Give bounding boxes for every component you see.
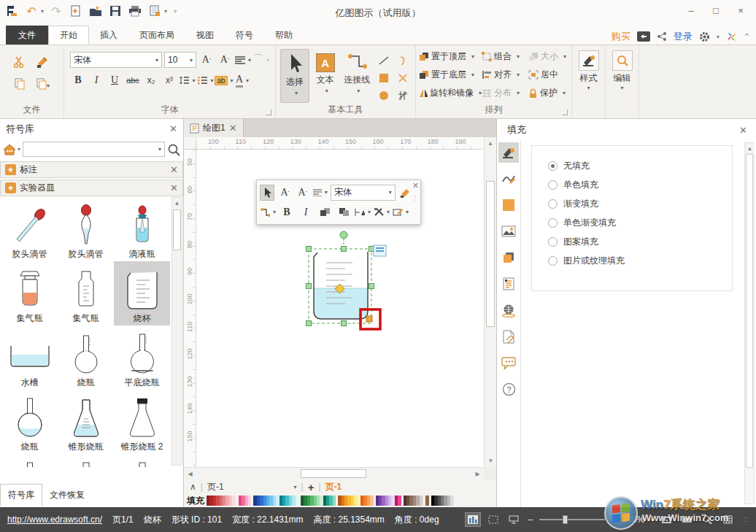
color-swatch[interactable] <box>370 496 373 506</box>
comment-icon[interactable] <box>498 352 519 373</box>
symbol-beaker[interactable]: 烧杯 <box>114 261 170 325</box>
symbol-tube[interactable] <box>58 454 114 467</box>
collapse-ribbon-icon[interactable]: ⌃ <box>744 32 750 42</box>
radio-icon[interactable] <box>548 161 558 171</box>
color-swatch[interactable] <box>248 496 251 506</box>
strikethrough-button[interactable]: abc <box>125 72 141 88</box>
zoom-out-icon[interactable]: − <box>527 514 533 525</box>
hyperlink-globe-icon[interactable] <box>498 300 519 320</box>
float-increase-font[interactable]: Aˆ <box>277 185 292 201</box>
fill-option-3[interactable]: 单色渐变填充 <box>548 213 732 232</box>
section-close-icon[interactable]: ✕ <box>170 164 178 175</box>
export-button[interactable] <box>147 3 162 19</box>
font-name-select[interactable]: 宋体▾ <box>70 52 162 68</box>
print-button[interactable] <box>128 3 142 19</box>
font-dialog-launcher[interactable] <box>266 109 271 115</box>
float-font-select[interactable]: 宋体▾ <box>331 185 396 201</box>
pencil-tool-button[interactable] <box>398 90 408 101</box>
tab-file[interactable]: 文件 <box>6 26 48 45</box>
float-connector-tool[interactable]: ▾ <box>260 204 276 220</box>
arrange-item-4[interactable]: 对齐▾ <box>482 66 528 84</box>
zoom-in-icon[interactable]: + <box>611 514 617 525</box>
cut-button[interactable] <box>13 55 26 69</box>
zoom-slider-thumb[interactable] <box>563 515 568 524</box>
rectangle-tool-button[interactable] <box>379 73 389 83</box>
radio-icon[interactable] <box>548 180 558 190</box>
bottom-tab-symbol-library[interactable]: 符号库 <box>0 484 42 506</box>
pinwheel-icon[interactable] <box>726 31 737 42</box>
fill-option-5[interactable]: 图片或纹理填充 <box>548 251 732 270</box>
arrange-item-3[interactable]: 置于底层▾ <box>419 66 482 84</box>
scroll-up-icon[interactable]: ▲ <box>486 138 495 149</box>
rotation-handle[interactable] <box>340 231 347 239</box>
format-painter-button[interactable] <box>36 56 50 68</box>
style-dropdown[interactable]: ▾ <box>572 85 605 91</box>
fill-option-0[interactable]: 无填充 <box>548 156 732 175</box>
float-format-painter[interactable] <box>398 185 413 201</box>
float-toolbar-close-icon[interactable]: ✕ <box>412 181 419 190</box>
symbol-round-flask[interactable]: 烧瓶 <box>58 325 114 390</box>
radio-icon[interactable] <box>548 256 558 266</box>
fit-page-icon[interactable] <box>659 513 674 526</box>
float-pen-button[interactable]: ▾ <box>393 204 409 220</box>
symbol-dropper-vertical[interactable]: 胶头滴管 <box>58 197 114 261</box>
symbol-drop-bottle[interactable]: 滴液瓶 <box>114 197 170 261</box>
selected-beaker-shape[interactable] <box>291 219 401 343</box>
edit-dropdown[interactable]: ▾ <box>606 85 639 91</box>
fill-tab-icon[interactable] <box>498 142 519 163</box>
arrange-item-6[interactable]: 旋转和镜像▾ <box>419 84 482 102</box>
customize-qat-dropdown[interactable]: ▿ <box>174 8 177 15</box>
paste-button[interactable]: ▾ <box>36 78 50 90</box>
arrange-item-0[interactable]: 置于顶层▾ <box>419 47 482 66</box>
library-home-button[interactable]: ▾ <box>3 144 20 155</box>
canvas-vertical-scrollbar[interactable]: ▲ ▼ <box>484 137 496 467</box>
section-annotations[interactable]: ★ 标注 ✕ <box>0 161 183 178</box>
color-swatch[interactable] <box>454 496 457 506</box>
cross-tool-button[interactable] <box>398 73 408 83</box>
scroll-up-icon[interactable]: ▲ <box>745 143 755 154</box>
color-swatch[interactable] <box>398 496 401 506</box>
color-swatch[interactable] <box>425 496 428 506</box>
tab-home[interactable]: 开始 <box>48 26 89 45</box>
italic-button[interactable]: I <box>88 72 104 88</box>
settings-gear-icon[interactable] <box>699 31 710 42</box>
symbol-panel-close-icon[interactable]: ✕ <box>169 123 177 134</box>
add-page-button[interactable]: + <box>308 481 315 493</box>
bottom-tab-file-recovery[interactable]: 文件恢复 <box>42 485 92 506</box>
float-send-back-button[interactable] <box>336 204 352 220</box>
radio-icon[interactable] <box>548 199 558 209</box>
close-button[interactable]: × <box>728 1 753 19</box>
float-bring-front-button[interactable] <box>317 204 333 220</box>
scroll-thumb[interactable] <box>746 154 753 468</box>
symbol-funnel[interactable] <box>1 454 58 467</box>
float-bold-button[interactable]: B <box>279 204 295 220</box>
zoom-level[interactable]: 100% <box>622 514 645 525</box>
float-italic-button[interactable]: I <box>298 204 314 220</box>
bold-button[interactable]: B <box>70 72 86 88</box>
grid-icon[interactable] <box>720 513 735 526</box>
fill-panel-scrollbar[interactable]: ▲ <box>744 142 755 504</box>
arrange-item-1[interactable]: 组合▾ <box>482 47 528 66</box>
scroll-thumb[interactable] <box>173 209 181 250</box>
line-tool-button[interactable] <box>378 55 390 66</box>
drawing-canvas[interactable]: Aˆ Aˇ ▾ 宋体▾ ▾ B I ▾ ▾ ▾ ✕ ⋮ <box>196 150 484 467</box>
fill-option-2[interactable]: 渐变填充 <box>548 194 732 213</box>
bottom-right-resize-handle[interactable] <box>366 316 372 322</box>
scroll-right-icon[interactable]: ▶ <box>473 469 482 479</box>
maximize-button[interactable]: □ <box>703 1 728 19</box>
float-toolbar-handle[interactable]: ⋮ <box>412 196 418 200</box>
symbol-search-input[interactable]: ▾ <box>23 142 165 157</box>
help-icon[interactable]: ? <box>498 379 519 399</box>
ellipse-tool-button[interactable] <box>379 90 389 101</box>
float-align-button[interactable]: ▾ <box>313 185 328 201</box>
float-size-button[interactable]: ▾ <box>355 204 371 220</box>
decrease-font-button[interactable]: Aˇ <box>217 52 233 68</box>
presentation-view-icon[interactable] <box>506 513 521 526</box>
scroll-left-icon[interactable]: ◀ <box>185 469 195 479</box>
document-tab-close-icon[interactable]: ✕ <box>229 123 237 134</box>
line-style-icon[interactable] <box>498 169 519 189</box>
color-swatch[interactable] <box>333 496 336 506</box>
text-tool-button[interactable]: A 文本▾ <box>311 49 340 103</box>
page-tab-active[interactable]: 页-1 <box>325 481 342 493</box>
save-button[interactable] <box>108 3 123 19</box>
